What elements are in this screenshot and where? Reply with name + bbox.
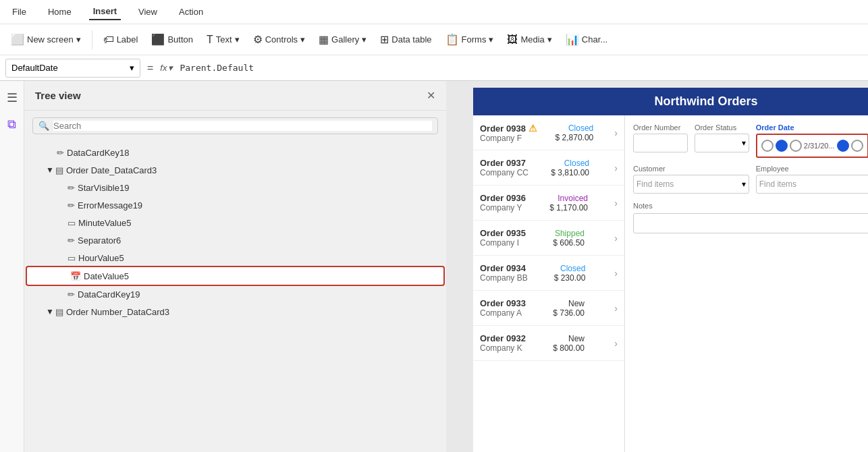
canvas-area: Northwind Orders Order 0938 ⚠ Company F (446, 81, 868, 452)
tree-label-hourvalue5: HourValue5 (78, 253, 124, 263)
label-button[interactable]: 🏷 Label (98, 31, 144, 49)
chevron-down-icon: ▾ (76, 34, 81, 45)
date-control: 2/31/20... (760, 138, 865, 153)
date-circle-3 (790, 140, 802, 152)
input-order-number[interactable] (633, 134, 688, 152)
gallery-icon: ▦ (319, 33, 329, 46)
label-label: Label (117, 34, 138, 45)
order-info-0933: Order 0933 Company A (480, 298, 526, 318)
label-icon: 🏷 (103, 34, 114, 46)
order-list: Order 0938 ⚠ Company F Closed $ 2,870.00… (473, 115, 625, 452)
customer-chevron-icon: ▾ (742, 179, 746, 189)
list-item-0935[interactable]: Order 0935 Company I Shipped $ 606.50 › (473, 221, 624, 256)
media-chevron-icon: ▾ (547, 34, 552, 45)
controls-label: Controls (265, 34, 298, 45)
list-item-0933[interactable]: Order 0933 Company A New $ 736.00 › (473, 291, 624, 326)
tree-item-starvisible19[interactable]: ✏ StarVisible19 (24, 179, 446, 196)
hamburger-icon[interactable]: ☰ (4, 88, 20, 108)
chevron-0937: › (614, 163, 618, 173)
search-icon: 🔍 (38, 121, 49, 131)
menu-view[interactable]: View (134, 4, 161, 20)
input-order-date[interactable]: 2/31/20... (756, 134, 868, 158)
search-input[interactable] (53, 121, 432, 131)
text-label: Text (216, 34, 232, 45)
forms-button[interactable]: 📋 Forms ▾ (440, 30, 499, 49)
tree-item-separator6[interactable]: ✏ Separator6 (24, 231, 446, 249)
tree-item-orderdate-datacard3[interactable]: ▼ ▤ Order Date_DataCard3 (24, 161, 446, 179)
menu-action[interactable]: Action (175, 4, 207, 20)
order-status-area-0933: New $ 736.00 (553, 299, 585, 318)
data-table-button[interactable]: ⊞ Data table (375, 30, 437, 49)
app-body: Order 0938 ⚠ Company F Closed $ 2,870.00… (473, 115, 868, 452)
list-item-0934[interactable]: Order 0934 Company BB Closed $ 230.00 › (473, 256, 624, 291)
order-status-area-0935: Shipped $ 606.50 (553, 229, 585, 248)
collapse-icon-ordernumber: ▼ (46, 307, 54, 316)
select-employee[interactable]: Find items ▾ (756, 175, 868, 194)
formula-dropdown-chevron: ▾ (130, 63, 134, 73)
tree-item-datacardkey19[interactable]: ✏ DataCardKey19 (24, 285, 446, 303)
media-button[interactable]: 🖼 Media ▾ (501, 31, 557, 49)
button-button[interactable]: ⬛ Button (146, 30, 198, 49)
menu-insert[interactable]: Insert (89, 3, 121, 20)
chevron-0935: › (614, 233, 618, 244)
order-status-area-0938: Closed $ 2,870.00 (555, 123, 594, 142)
select-customer[interactable]: Find items ▾ (633, 175, 749, 194)
list-item-0938[interactable]: Order 0938 ⚠ Company F Closed $ 2,870.00… (473, 115, 624, 150)
company-0937: Company CC (480, 168, 528, 177)
button-icon: ⬛ (151, 33, 165, 46)
menu-file[interactable]: File (8, 4, 30, 20)
chart-label: Char... (582, 34, 607, 45)
forms-label: Forms (462, 34, 487, 45)
input-notes[interactable] (633, 213, 868, 233)
select-order-status[interactable]: ▾ (695, 134, 749, 152)
order-num-0938: Order 0938 ⚠ (480, 123, 537, 134)
tree-item-datevalue5[interactable]: 📅 DateValue5 (27, 267, 443, 285)
formula-dropdown[interactable]: DefaultDate ▾ (5, 59, 140, 78)
menu-home[interactable]: Home (44, 4, 76, 20)
layers-icon[interactable]: ⧉ (5, 115, 19, 134)
list-item-0936[interactable]: Order 0936 Company Y Invoiced $ 1,170.00… (473, 186, 624, 221)
chevron-0932: › (614, 338, 618, 349)
order-info-0932: Order 0932 Company K (480, 333, 526, 353)
label-notes: Notes (633, 202, 653, 210)
app-header: Northwind Orders (473, 88, 868, 115)
order-num-0934: Order 0934 (480, 263, 528, 273)
table-icon-orderdate: ▤ (55, 165, 63, 175)
sidebar-close-button[interactable]: ✕ (427, 89, 435, 102)
sidebar-title: Tree view (35, 90, 81, 101)
text-button[interactable]: T Text ▾ (201, 31, 245, 49)
formula-bar: DefaultDate ▾ = fx ▾ Parent.Default (0, 55, 868, 81)
status-0932: New (553, 334, 585, 343)
gallery-button[interactable]: ▦ Gallery ▾ (313, 30, 372, 49)
calendar-icon-datevalue: 📅 (70, 271, 81, 281)
chevron-0933: › (614, 303, 618, 314)
list-item-0937[interactable]: Order 0937 Company CC Closed $ 3,810.00 … (473, 150, 624, 186)
field-order-number: Order Number (633, 123, 688, 158)
tree-item-minutevalue5[interactable]: ▭ MinuteValue5 (24, 214, 446, 231)
pencil-icon-starvisible: ✏ (67, 183, 75, 193)
field-customer: Customer Find items ▾ (633, 165, 749, 194)
order-status-area-0937: Closed $ 3,810.00 (551, 159, 589, 177)
controls-button[interactable]: ⚙ Controls ▾ (248, 30, 310, 49)
company-0934: Company BB (480, 273, 528, 283)
field-employee: Employee Find items ▾ (756, 165, 868, 194)
expand-icon-orderdate: ▼ (46, 165, 54, 175)
chart-button[interactable]: 📊 Char... (560, 30, 613, 49)
detail-grid: Order Number Order Status ▾ (633, 123, 868, 194)
customer-placeholder: Find items (636, 179, 674, 189)
tree-label-starvisible19: StarVisible19 (78, 183, 129, 193)
data-table-icon: ⊞ (380, 33, 389, 46)
new-screen-button[interactable]: ⬜ New screen ▾ (5, 30, 86, 49)
media-icon: 🖼 (507, 34, 518, 46)
tree-item-errormessage19[interactable]: ✏ ErrorMessage19 (24, 196, 446, 214)
tree-item-datacardkey18[interactable]: ✏ DataCardKey18 (24, 144, 446, 161)
chart-icon: 📊 (566, 33, 579, 46)
rect-icon-hourvalue: ▭ (67, 253, 76, 263)
order-info-0934: Order 0934 Company BB (480, 263, 528, 283)
text-icon: T (207, 34, 213, 46)
list-item-0932[interactable]: Order 0932 Company K New $ 800.00 › (473, 326, 624, 361)
tree-item-hourvalue5[interactable]: ▭ HourValue5 (24, 249, 446, 266)
formula-value[interactable]: Parent.Default (177, 63, 863, 73)
tree-item-ordernumber-datacard3[interactable]: ▼ ▤ Order Number_DataCard3 (24, 303, 446, 320)
employee-placeholder: Find items (759, 179, 796, 189)
